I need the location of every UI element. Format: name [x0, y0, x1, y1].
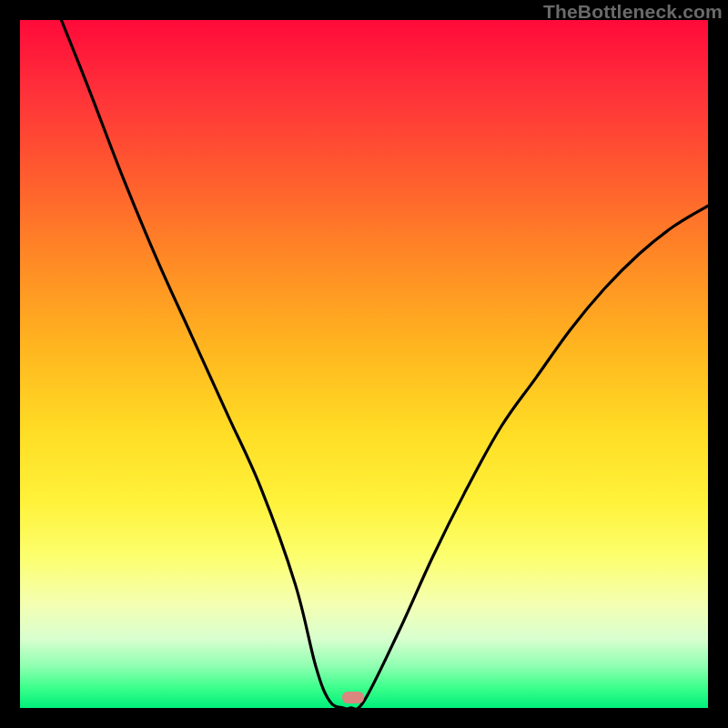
watermark-text: TheBottleneck.com — [543, 1, 723, 23]
optimal-marker — [342, 692, 364, 703]
chart-frame: TheBottleneck.com — [0, 0, 728, 728]
bottleneck-curve — [20, 20, 708, 708]
